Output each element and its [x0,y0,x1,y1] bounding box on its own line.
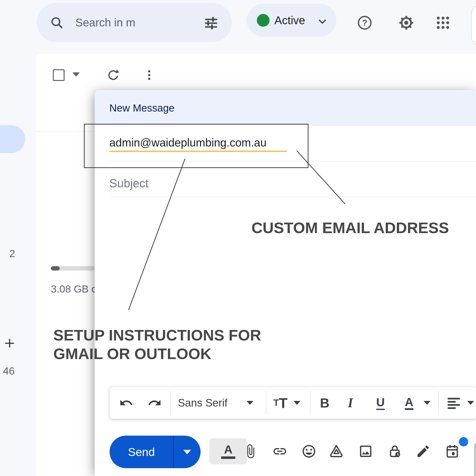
text-color-icon[interactable]: A [405,387,413,419]
bold-icon[interactable]: B [320,387,329,419]
refresh-icon[interactable] [107,69,119,82]
font-select-caret[interactable] [247,387,254,419]
formatting-options-icon[interactable]: A [209,438,247,464]
send-options-caret[interactable] [174,436,201,468]
toolbar-separator [438,391,439,415]
gear-icon[interactable] [398,15,414,31]
search-input[interactable]: Search in m [75,3,135,42]
storage-usage-text: 3.08 GB o [51,283,97,295]
svg-text:?: ? [362,18,367,28]
toolbar-separator [266,391,266,415]
confidential-mode-icon[interactable] [387,444,402,459]
underline-icon[interactable]: U [376,387,385,419]
italic-icon[interactable]: I [348,387,353,419]
text-size-icon[interactable]: TT [273,387,288,419]
align-icon[interactable] [446,387,462,419]
schedule-send-icon[interactable] [445,444,460,459]
insert-image-icon[interactable] [358,444,373,459]
attach-file-icon[interactable] [243,444,258,459]
compose-title: New Message [109,90,174,126]
annotation-setup-line1: SETUP INSTRUCTIONS FOR [53,326,261,344]
sidebar-count-badge: 2 [2,248,22,259]
annotation-setup-instructions: SETUP INSTRUCTIONS FOR GMAIL OR OUTLOOK [53,326,261,363]
font-select[interactable]: Sans Serif [178,387,227,419]
toolbar-separator [170,391,170,415]
field-divider [109,196,476,197]
text-size-caret[interactable] [293,387,300,419]
send-button-label[interactable]: Send [110,436,173,468]
sidebar-selected-label-pill[interactable] [0,125,25,153]
status-dot [257,14,270,27]
profile-pill[interactable] [471,5,476,46]
chevron-down-icon [316,15,329,28]
select-all-checkbox[interactable] [53,69,65,81]
tune-icon[interactable] [203,15,219,31]
insert-link-icon[interactable] [272,444,288,459]
subject-field[interactable]: Subject [109,177,149,190]
text-color-caret[interactable] [424,387,430,419]
more-vert-icon[interactable] [143,69,155,82]
storage-progress-fill [51,266,60,271]
plus-icon[interactable] [3,337,16,349]
emoji-icon[interactable] [301,444,317,459]
annotation-rectangle [84,124,308,168]
apps-grid-icon[interactable] [435,15,451,31]
signature-pen-icon[interactable] [416,444,431,459]
help-icon[interactable]: ? [357,15,373,31]
redo-icon[interactable] [148,387,162,419]
status-label: Active [274,4,305,37]
select-dropdown-caret[interactable] [72,72,80,77]
undo-icon[interactable] [119,387,133,419]
sidebar-count-badge: 46 [0,365,18,377]
search-icon [50,16,64,29]
scrollbar-thumb[interactable] [474,443,476,476]
drive-icon[interactable] [329,444,344,459]
annotation-setup-line2: GMAIL OR OUTLOOK [53,344,261,363]
annotation-custom-email: CUSTOM EMAIL ADDRESS [252,219,449,237]
send-button[interactable]: Send [110,436,201,468]
align-caret[interactable] [467,387,474,419]
notification-dot [459,437,468,446]
toolbar-separator [310,391,310,415]
formatting-toolbar [110,387,476,419]
